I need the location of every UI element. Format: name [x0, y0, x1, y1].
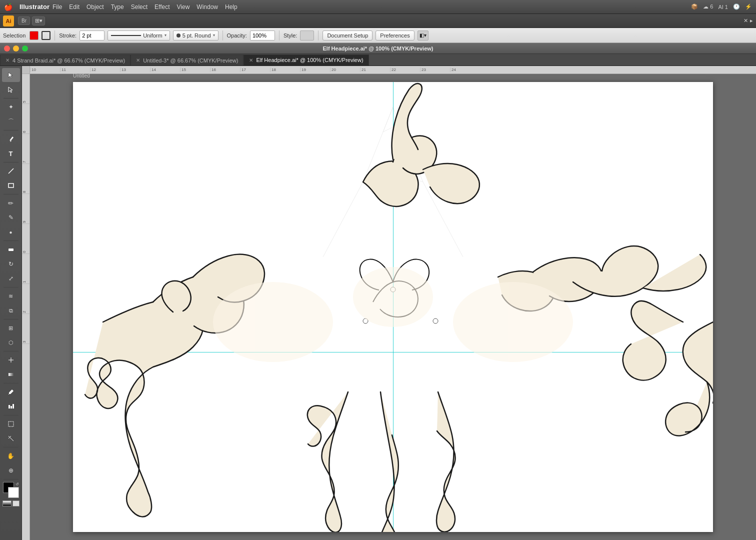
- tab-close-icon[interactable]: ✕: [6, 58, 10, 63]
- artboard[interactable]: Untitled: [73, 82, 713, 532]
- scale-tool[interactable]: ⤢: [2, 272, 20, 286]
- gradient-tool[interactable]: [2, 368, 20, 382]
- ruler-left: 5 6 7 8 9 0 1 2 3: [22, 66, 30, 540]
- menu-effect[interactable]: Effect: [154, 4, 170, 10]
- line-tool[interactable]: [2, 164, 20, 178]
- stroke-line-style-dropdown[interactable]: Uniform ▾: [108, 30, 170, 40]
- tool-separator-11: [4, 447, 18, 448]
- ruler-mark: 14: [150, 68, 180, 72]
- menu-edit[interactable]: Edit: [69, 4, 80, 10]
- tool-separator-8: [4, 351, 18, 352]
- minimize-window-button[interactable]: [13, 46, 19, 52]
- menu-view[interactable]: View: [177, 4, 190, 10]
- close-panel-icon[interactable]: ✕: [744, 18, 748, 24]
- stroke-color-box[interactable]: [42, 31, 50, 40]
- close-window-button[interactable]: [4, 46, 10, 52]
- eyedropper-tool[interactable]: [2, 385, 20, 399]
- type-icon: T: [9, 150, 13, 158]
- document-setup-button[interactable]: Document Setup: [322, 30, 372, 40]
- perspective-tool[interactable]: ⬡: [2, 336, 20, 350]
- direct-selection-tool[interactable]: [2, 82, 20, 96]
- canvas-area: 10 11 12 13 14 15 16 17 18 19 20 21 22 2…: [22, 66, 756, 540]
- scale-icon: ⤢: [8, 275, 14, 282]
- options-bar: Selection Stroke: Uniform ▾ 5 pt. Round …: [0, 28, 756, 43]
- lasso-tool[interactable]: ⌒: [2, 114, 20, 128]
- eraser-tool[interactable]: [2, 242, 20, 256]
- tab-untitled-3[interactable]: ✕ Untitled-3* @ 66.67% (CMYK/Preview): [130, 54, 244, 66]
- ruler-mark: 21: [360, 68, 390, 72]
- view-mode-button[interactable]: ⊞▾: [32, 16, 45, 26]
- menu-object[interactable]: Object: [86, 4, 104, 10]
- panel-icon: ◧▾: [420, 32, 426, 38]
- warp-tool[interactable]: ≋: [2, 289, 20, 303]
- cap-indicator: [176, 34, 180, 38]
- apple-menu[interactable]: 🍎: [4, 3, 12, 11]
- hand-tool[interactable]: ✋: [2, 449, 20, 463]
- ruler-mark-v: 7: [22, 134, 30, 164]
- blob-brush-tool[interactable]: ●: [2, 225, 20, 239]
- style-box[interactable]: [300, 30, 314, 40]
- ruler-corner: [22, 66, 30, 74]
- stroke-line-preview: [111, 35, 141, 36]
- opacity-input[interactable]: [250, 30, 275, 40]
- svg-point-15: [453, 282, 573, 362]
- tab-close-icon-3[interactable]: ✕: [249, 58, 253, 63]
- tool-separator-10: [4, 415, 18, 416]
- menu-select[interactable]: Select: [131, 4, 148, 10]
- ai-panel-toggle[interactable]: ◧▾: [418, 30, 428, 40]
- system-icons: 📦 ☁ 6 AI 1 🕐 ⚡: [691, 4, 752, 10]
- reset-colors-icon[interactable]: ↺: [16, 482, 19, 486]
- menu-file[interactable]: File: [52, 4, 62, 10]
- stroke-cap-dropdown[interactable]: 5 pt. Round ▾: [173, 30, 218, 40]
- brush-icon: ✏: [8, 200, 14, 207]
- window-controls: [4, 46, 28, 52]
- pencil-tool[interactable]: ✎: [2, 210, 20, 224]
- magic-wand-tool[interactable]: ✦: [2, 100, 20, 114]
- artboard-tool[interactable]: [2, 417, 20, 431]
- mesh-tool[interactable]: [2, 353, 20, 367]
- color-mode-buttons: ∅: [2, 500, 20, 506]
- ruler-mark: 24: [450, 68, 480, 72]
- ruler-mark: 12: [90, 68, 120, 72]
- pen-tool[interactable]: [2, 132, 20, 146]
- fill-color-box[interactable]: [30, 31, 38, 40]
- paintbrush-tool[interactable]: ✏: [2, 196, 20, 210]
- window-title-label: Elf Headpiece.ai* @ 100% (CMYK/Preview): [322, 46, 433, 52]
- slice-tool[interactable]: [2, 432, 20, 446]
- title-bar: 🍎 Illustrator File Edit Object Type Sele…: [0, 0, 756, 14]
- bridge-button[interactable]: Br: [18, 16, 30, 25]
- app-name: Illustrator: [20, 3, 50, 10]
- ruler-mark-v: 2: [22, 284, 30, 314]
- color-mode-none[interactable]: ∅: [12, 500, 20, 506]
- tab-close-icon-2[interactable]: ✕: [136, 58, 140, 63]
- rotate-tool[interactable]: ↻: [2, 257, 20, 271]
- selection-tool[interactable]: [2, 68, 20, 82]
- graph-tool[interactable]: [2, 400, 20, 414]
- tab-label-2: Untitled-3* @ 66.67% (CMYK/Preview): [143, 58, 238, 64]
- type-tool[interactable]: T: [2, 146, 20, 160]
- menu-help[interactable]: Help: [225, 4, 238, 10]
- zoom-tool[interactable]: ⊕: [2, 464, 20, 478]
- svg-rect-8: [12, 404, 14, 408]
- cap-style-label: 5 pt. Round: [182, 32, 211, 38]
- bluetooth-icon: ⚡: [745, 4, 752, 10]
- tab-elf-headpiece[interactable]: ✕ Elf Headpiece.ai* @ 100% (CMYK/Preview…: [244, 54, 368, 66]
- shape-builder-tool[interactable]: ⊞: [2, 321, 20, 335]
- ruler-mark: 15: [180, 68, 210, 72]
- expand-panel-icon[interactable]: ▸: [750, 18, 753, 24]
- rotate-icon: ↻: [8, 260, 14, 268]
- color-mode-color[interactable]: [2, 500, 12, 506]
- rect-tool[interactable]: [2, 178, 20, 192]
- tab-label: 4 Strand Braid.ai* @ 66.67% (CMYK/Previe…: [12, 58, 125, 64]
- free-transform-tool[interactable]: ⧉: [2, 304, 20, 318]
- separator-3: [279, 30, 280, 40]
- background-color[interactable]: [8, 487, 19, 498]
- maximize-window-button[interactable]: [22, 46, 28, 52]
- tab-4-strand-braid[interactable]: ✕ 4 Strand Braid.ai* @ 66.67% (CMYK/Prev…: [0, 54, 130, 66]
- menu-type[interactable]: Type: [111, 4, 124, 10]
- preferences-button[interactable]: Preferences: [376, 30, 414, 40]
- svg-line-0: [8, 168, 14, 174]
- menu-window[interactable]: Window: [196, 4, 218, 10]
- tool-separator-2: [4, 130, 18, 130]
- stroke-width-input[interactable]: [80, 30, 104, 40]
